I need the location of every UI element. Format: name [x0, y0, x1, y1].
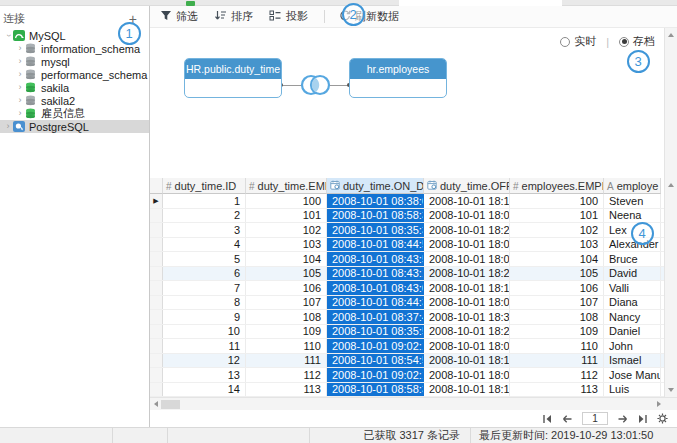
radio-archive[interactable]: 存档 — [619, 34, 655, 49]
cell[interactable]: Bruce — [604, 252, 661, 266]
cell[interactable]: 3 — [163, 223, 246, 237]
cell[interactable]: 2008-10-01 18:08:08 — [424, 339, 510, 353]
cell[interactable]: 2008-10-01 18:25:41 — [424, 325, 510, 339]
cell[interactable]: 8 — [163, 296, 246, 310]
cell[interactable]: 102 — [510, 223, 604, 237]
scrollbar-thumb[interactable] — [161, 400, 180, 409]
cell[interactable]: 100 — [510, 194, 604, 208]
cell[interactable]: Steven — [604, 194, 661, 208]
cell[interactable]: 2008-10-01 18:09:22 — [424, 209, 510, 223]
cell[interactable]: 2008-10-01 18:13:20 — [424, 354, 510, 368]
row-selector[interactable] — [150, 310, 163, 324]
cell[interactable]: 2008-10-01 18:00:05 — [424, 368, 510, 382]
page-number-box[interactable]: 1 — [582, 412, 608, 425]
inner-join-icon[interactable] — [300, 71, 331, 99]
cell[interactable]: 108 — [510, 310, 604, 324]
chevron-right-icon[interactable]: › — [15, 57, 25, 66]
chevron-right-icon[interactable]: › — [3, 122, 13, 131]
cell[interactable]: 106 — [510, 281, 604, 295]
cell[interactable]: 2008-10-01 18:17:27 — [424, 194, 510, 208]
row-selector[interactable]: ▶ — [150, 194, 163, 208]
scroll-right-arrow-icon[interactable] — [657, 401, 661, 407]
cell[interactable]: 4 — [163, 238, 246, 252]
cell[interactable]: 2 — [163, 209, 246, 223]
cell[interactable]: 101 — [246, 209, 327, 223]
cell[interactable]: Neena — [604, 209, 661, 223]
cell[interactable]: 103 — [510, 238, 604, 252]
cell[interactable]: 2008-10-01 18:17:43 — [424, 281, 510, 295]
cell[interactable]: 6 — [163, 267, 246, 281]
cell[interactable]: 2008-10-01 08:38:05 — [327, 194, 424, 208]
cell[interactable]: 2008-10-01 18:00:59 — [424, 238, 510, 252]
cell[interactable]: 2008-10-01 18:21:04 — [424, 223, 510, 237]
chevron-right-icon[interactable]: › — [15, 109, 25, 118]
cell[interactable]: 112 — [246, 368, 327, 382]
sidebar-item-mysql[interactable]: ›mysql — [0, 55, 149, 68]
cell[interactable]: 110 — [246, 339, 327, 353]
column-header-duty-time-off-duty[interactable]: duty_time.OFF_DUTY — [424, 178, 510, 194]
cell[interactable]: Jose Manue — [604, 368, 661, 382]
grid-vertical-scrollbar[interactable] — [664, 178, 677, 397]
cell[interactable]: 2008-10-01 08:43:18 — [327, 267, 424, 281]
cell[interactable]: 106 — [246, 281, 327, 295]
cell[interactable]: 2008-10-01 08:43:51 — [327, 252, 424, 266]
cell[interactable]: 102 — [246, 223, 327, 237]
row-selector[interactable] — [150, 368, 163, 382]
first-page-button[interactable] — [542, 414, 553, 424]
cell[interactable]: 10 — [163, 325, 246, 339]
cell[interactable]: 11 — [163, 339, 246, 353]
row-selector[interactable] — [150, 238, 163, 252]
cell[interactable]: 107 — [246, 296, 327, 310]
cell[interactable]: 1 — [163, 194, 246, 208]
cell[interactable]: 100 — [246, 194, 327, 208]
cell[interactable]: 110 — [510, 339, 604, 353]
cell[interactable]: 109 — [510, 325, 604, 339]
cell[interactable]: 101 — [510, 209, 604, 223]
cell[interactable]: Luis — [604, 383, 661, 397]
cell[interactable]: 2008-10-01 08:35:39 — [327, 223, 424, 237]
active-tab[interactable] — [399, 0, 562, 6]
chevron-down-icon[interactable]: › — [4, 31, 13, 41]
cell[interactable]: John — [604, 339, 661, 353]
next-page-button[interactable] — [617, 414, 628, 424]
cell[interactable]: 9 — [163, 310, 246, 324]
column-header-duty-time-employee-i[interactable]: #duty_time.EMPLOYEE_I — [246, 178, 327, 194]
cell[interactable]: 2008-10-01 08:43:07 — [327, 281, 424, 295]
sidebar-item-performance-schema[interactable]: ›performance_schema — [0, 68, 149, 81]
cell[interactable]: 111 — [510, 354, 604, 368]
cell[interactable]: 2008-10-01 08:35:53 — [327, 325, 424, 339]
cell[interactable]: 113 — [246, 383, 327, 397]
sidebar-item-postgresql[interactable]: ›PostgreSQL — [0, 120, 149, 133]
chevron-right-icon[interactable]: › — [15, 96, 25, 105]
scroll-left-arrow-icon[interactable] — [154, 401, 158, 407]
cell[interactable]: 105 — [510, 267, 604, 281]
cell[interactable]: 109 — [246, 325, 327, 339]
column-header-duty-time-id[interactable]: #duty_time.ID — [163, 178, 246, 194]
table-node-employees-title[interactable]: hr.employees — [350, 59, 446, 79]
row-selector[interactable] — [150, 354, 163, 368]
cell[interactable]: 2008-10-01 18:38:19 — [424, 310, 510, 324]
cell[interactable]: Valli — [604, 281, 661, 295]
radio-realtime[interactable]: 实时 — [560, 34, 596, 49]
last-page-button[interactable] — [637, 414, 648, 424]
cell[interactable]: 112 — [510, 368, 604, 382]
table-node-duty-time[interactable]: HR.public.duty_time — [184, 58, 282, 98]
row-selector[interactable] — [150, 325, 163, 339]
column-header-employe[interactable]: Aemploye — [604, 178, 661, 194]
column-header-employees-employee[interactable]: #employees.EMPLOYEE — [510, 178, 604, 194]
row-selector[interactable] — [150, 339, 163, 353]
table-node-employees[interactable]: hr.employees — [349, 58, 447, 98]
prev-page-button[interactable] — [562, 414, 573, 424]
cell[interactable]: 2008-10-01 08:54:52 — [327, 354, 424, 368]
column-header-duty-time-on-duty[interactable]: duty_time.ON_DUTY — [327, 178, 424, 194]
cell[interactable]: 2008-10-01 08:58:39 — [327, 383, 424, 397]
cell[interactable]: 14 — [163, 383, 246, 397]
cell[interactable]: 108 — [246, 310, 327, 324]
cell[interactable]: Ismael — [604, 354, 661, 368]
row-selector[interactable] — [150, 209, 163, 223]
row-selector[interactable] — [150, 252, 163, 266]
cell[interactable]: 2008-10-01 18:16:44 — [424, 383, 510, 397]
cell[interactable]: 105 — [246, 267, 327, 281]
filter-button[interactable]: 筛选 — [160, 9, 198, 24]
cell[interactable]: 2008-10-01 18:08:58 — [424, 252, 510, 266]
